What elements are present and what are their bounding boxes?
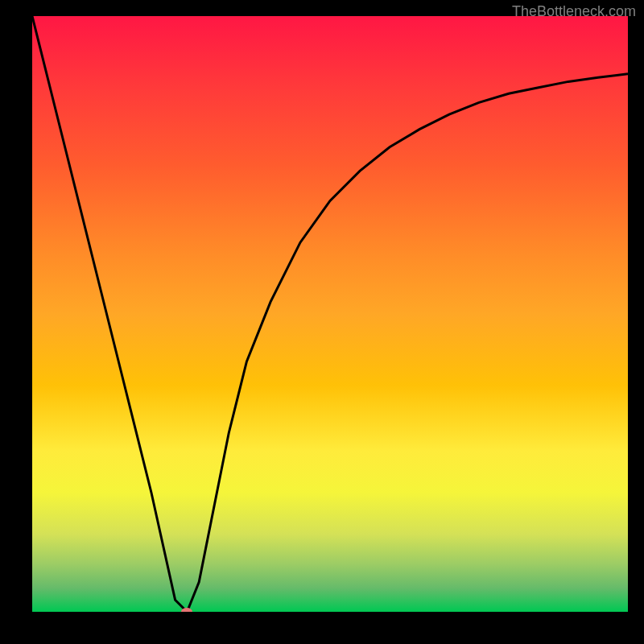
left-axis-border	[0, 0, 32, 644]
right-border	[628, 0, 644, 644]
bottom-axis-border	[0, 612, 644, 644]
bottleneck-curve	[32, 16, 628, 612]
watermark-text: TheBottleneck.com	[512, 3, 636, 20]
chart-container: TheBottleneck.com	[0, 0, 644, 644]
